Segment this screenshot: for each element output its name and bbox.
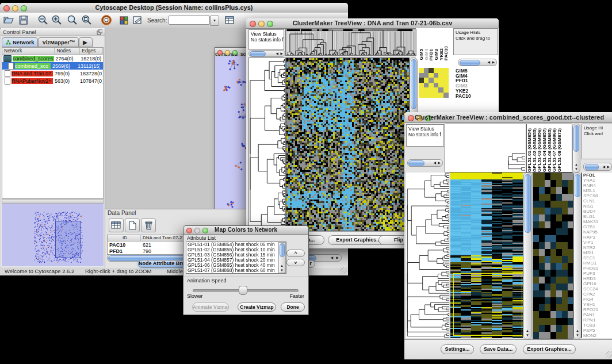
matrix-cell[interactable] (424, 68, 429, 73)
dialog-title-bar[interactable]: Map Colors to Network (183, 226, 308, 235)
treeview2-title-bar[interactable]: ClusterMaker TreeView : combined_scores_… (404, 112, 612, 123)
gene-label[interactable]: PFD1 (583, 173, 612, 178)
attribute-list-item[interactable]: GPL51-07 (GSM868) heat shock 60 min (186, 268, 286, 273)
open-file-icon[interactable] (2, 14, 15, 26)
gene-label[interactable]: PAN1 (583, 312, 612, 317)
tv2-collabel-vscrollbar[interactable]: ▲▼ (572, 124, 580, 173)
tv2-status-scrollbar[interactable]: ◀▶ (407, 159, 443, 167)
gene-label[interactable]: SEC1 (583, 255, 612, 260)
gene-label[interactable]: CLN1 (583, 198, 612, 204)
new-attribute-icon[interactable] (125, 219, 140, 232)
gene-label[interactable]: PAC10 (456, 94, 471, 99)
resize-grip[interactable] (340, 267, 347, 274)
network-row[interactable]: combined_sco2569(6)13112(15) (2, 62, 103, 70)
matrix-cell[interactable] (424, 78, 429, 83)
matrix-cell[interactable] (429, 93, 434, 98)
settings-button[interactable]: Settings... (441, 344, 474, 354)
matrix-cell[interactable] (443, 73, 449, 78)
similarity-matrix[interactable] (419, 68, 449, 98)
gene-label[interactable]: BUD4 (583, 209, 612, 214)
matrix-cell[interactable] (429, 83, 434, 88)
matrix-cell[interactable] (434, 83, 439, 88)
matrix-cell[interactable] (438, 87, 443, 93)
matrix-cell[interactable] (419, 68, 424, 73)
gene-label[interactable]: VIP1 (583, 240, 612, 245)
tv2-usage-scrollbar[interactable]: ◀▶ (583, 163, 612, 171)
matrix-cell[interactable] (434, 78, 439, 83)
network-row[interactable]: RNAPuberNov2+563(0)107847(0) (2, 77, 103, 85)
gene-label[interactable]: MSI1 (583, 250, 612, 255)
matrix-cell[interactable] (429, 87, 434, 93)
gene-label[interactable]: HAP3 (583, 235, 612, 240)
matrix-cell[interactable] (419, 73, 424, 78)
gene-label[interactable]: RPO21 (583, 307, 612, 312)
attribute-select-icon[interactable] (109, 219, 124, 232)
tv1-heatmap[interactable] (286, 58, 410, 231)
panel-splitter[interactable] (2, 199, 104, 204)
matrix-cell[interactable] (424, 87, 429, 93)
search-dropdown-arrow[interactable]: ▼ (210, 16, 219, 26)
annotation-icon[interactable] (131, 14, 144, 26)
export-graphics-button[interactable]: Export Graphics... (523, 344, 576, 354)
create-vizmap-button[interactable]: Create Vizmap (238, 302, 276, 312)
slider-thumb[interactable] (239, 286, 247, 295)
move-up-button[interactable]: ^ (286, 250, 305, 257)
attribute-table-icon[interactable] (223, 14, 236, 26)
matrix-cell[interactable] (429, 68, 434, 73)
gene-label[interactable]: MAK31 (583, 219, 612, 224)
gene-label[interactable]: FIG4 (583, 297, 612, 302)
tv1-row-dendrogram[interactable] (248, 58, 286, 231)
move-down-button[interactable]: v (286, 259, 305, 266)
matrix-cell[interactable] (443, 68, 449, 73)
gene-label[interactable]: MON2 (583, 333, 612, 338)
matrix-cell[interactable] (443, 87, 449, 93)
main-title-bar[interactable]: Cytoscape Desktop (Session Name: collins… (0, 3, 348, 13)
gene-label[interactable]: PHO81 (583, 266, 612, 271)
matrix-cell[interactable] (438, 78, 443, 83)
vizmapper-icon[interactable] (118, 14, 131, 26)
search-input[interactable] (169, 16, 210, 25)
matrix-cell[interactable] (429, 73, 434, 78)
gene-label[interactable]: GTB1 (583, 224, 612, 229)
matrix-cell[interactable] (443, 83, 449, 88)
gene-label[interactable]: PEP5 (583, 328, 612, 333)
done-button[interactable]: Done (281, 302, 305, 312)
matrix-cell[interactable] (419, 83, 424, 88)
matrix-cell[interactable] (443, 93, 449, 98)
tab-overflow[interactable]: ▶ (79, 37, 93, 47)
tv1-usage-scrollbar[interactable]: ◀▶ (458, 59, 497, 66)
matrix-cell[interactable] (438, 68, 443, 73)
matrix-cell[interactable] (424, 73, 429, 78)
attribute-list-scrollbar[interactable]: ▲▼ (278, 242, 286, 273)
tv1-status-scrollbar[interactable]: ◀▶ (248, 50, 285, 57)
matrix-cell[interactable] (434, 93, 439, 98)
save-icon[interactable] (17, 14, 30, 26)
matrix-cell[interactable] (443, 78, 449, 83)
birds-eye-view[interactable] (2, 204, 104, 266)
network-row[interactable]: combined_scores2764(0)16218(0) (2, 55, 103, 62)
matrix-cell[interactable] (424, 93, 429, 98)
close-button[interactable] (217, 50, 223, 55)
matrix-cell[interactable] (419, 93, 424, 98)
gene-label[interactable]: ELG1 (583, 214, 612, 219)
gene-label[interactable]: YSH1 (583, 302, 612, 307)
animate-vizmap-button[interactable]: Animate Vizmap (192, 302, 229, 312)
network-row[interactable]: DNA and Tran 07769(0)183728(0) (2, 70, 103, 77)
tv2-gene-list[interactable]: PFD1YRA1RNR4MSL1SPC98CLN1NIS1BUD4ELG1MAK… (582, 173, 612, 338)
treeview1-title-bar[interactable]: ClusterMaker TreeView : DNA and Tran 07-… (246, 18, 499, 29)
gene-label[interactable]: KAP95 (583, 229, 612, 235)
tv2-row-dendrogram[interactable] (406, 173, 449, 338)
gene-label[interactable]: CPA2 (583, 292, 612, 297)
zoom-selected-icon[interactable] (81, 14, 93, 26)
gene-label[interactable]: PUF3 (583, 271, 612, 276)
matrix-cell[interactable] (434, 73, 439, 78)
gene-label[interactable]: NIS1 (583, 204, 612, 209)
matrix-cell[interactable] (438, 83, 443, 88)
gene-label[interactable]: RPN1 (583, 317, 612, 323)
minimize-button[interactable] (225, 50, 230, 55)
zoom-out-icon[interactable] (37, 14, 49, 26)
help-icon[interactable] (100, 14, 113, 26)
delete-attribute-icon[interactable] (141, 219, 156, 232)
zoom-fit-icon[interactable] (66, 14, 79, 26)
gene-label[interactable]: GPI16 (583, 281, 612, 286)
